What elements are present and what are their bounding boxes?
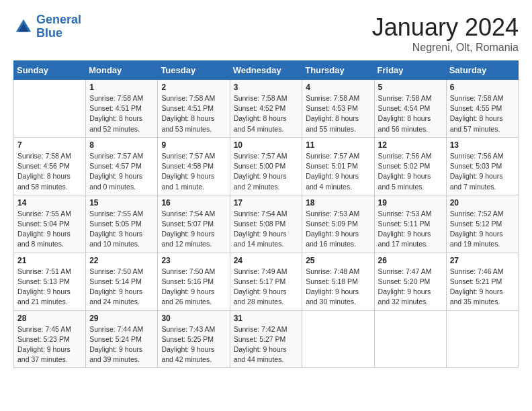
day-number: 19 (378, 198, 443, 208)
day-number: 13 (450, 140, 515, 150)
day-number: 9 (161, 140, 226, 150)
weekday-header-saturday: Saturday (446, 61, 518, 80)
calendar-cell: 16Sunrise: 7:54 AM Sunset: 5:07 PM Dayli… (158, 195, 230, 253)
day-info: Sunrise: 7:51 AM Sunset: 5:13 PM Dayligh… (17, 267, 82, 308)
location: Negreni, Olt, Romania (372, 42, 519, 54)
calendar-cell: 14Sunrise: 7:55 AM Sunset: 5:04 PM Dayli… (14, 195, 86, 253)
calendar-cell: 21Sunrise: 7:51 AM Sunset: 5:13 PM Dayli… (14, 253, 86, 310)
day-number: 12 (378, 140, 443, 150)
day-number: 5 (378, 83, 443, 92)
calendar-cell: 24Sunrise: 7:49 AM Sunset: 5:17 PM Dayli… (230, 253, 302, 310)
day-info: Sunrise: 7:50 AM Sunset: 5:16 PM Dayligh… (161, 267, 226, 308)
month-title: January 2024 (372, 13, 519, 42)
day-info: Sunrise: 7:57 AM Sunset: 4:57 PM Dayligh… (89, 151, 154, 192)
day-info: Sunrise: 7:54 AM Sunset: 5:08 PM Dayligh… (234, 209, 299, 250)
calendar-week-row: 1Sunrise: 7:58 AM Sunset: 4:51 PM Daylig… (14, 80, 519, 138)
calendar-week-row: 14Sunrise: 7:55 AM Sunset: 5:04 PM Dayli… (14, 195, 519, 253)
day-number: 1 (89, 83, 154, 92)
day-info: Sunrise: 7:58 AM Sunset: 4:51 PM Dayligh… (89, 93, 154, 134)
day-number: 2 (161, 83, 226, 92)
logo-line2: Blue (36, 26, 62, 40)
calendar-cell: 12Sunrise: 7:56 AM Sunset: 5:02 PM Dayli… (374, 137, 446, 195)
day-info: Sunrise: 7:58 AM Sunset: 4:55 PM Dayligh… (450, 93, 515, 134)
calendar-cell: 22Sunrise: 7:50 AM Sunset: 5:14 PM Dayli… (86, 253, 158, 310)
calendar-cell: 9Sunrise: 7:57 AM Sunset: 4:58 PM Daylig… (158, 137, 230, 195)
day-info: Sunrise: 7:42 AM Sunset: 5:27 PM Dayligh… (234, 324, 299, 365)
calendar-cell: 27Sunrise: 7:46 AM Sunset: 5:21 PM Dayli… (446, 253, 518, 310)
day-info: Sunrise: 7:46 AM Sunset: 5:21 PM Dayligh… (450, 267, 515, 308)
day-info: Sunrise: 7:53 AM Sunset: 5:09 PM Dayligh… (306, 209, 370, 250)
day-info: Sunrise: 7:56 AM Sunset: 5:02 PM Dayligh… (378, 151, 443, 192)
day-info: Sunrise: 7:49 AM Sunset: 5:17 PM Dayligh… (234, 267, 299, 308)
day-number: 16 (161, 198, 226, 208)
logo-text: General Blue (36, 13, 81, 40)
day-number: 31 (234, 314, 299, 323)
calendar-cell: 28Sunrise: 7:45 AM Sunset: 5:23 PM Dayli… (14, 310, 86, 368)
day-number: 3 (234, 83, 299, 92)
day-info: Sunrise: 7:56 AM Sunset: 5:03 PM Dayligh… (450, 151, 515, 192)
calendar-cell: 29Sunrise: 7:44 AM Sunset: 5:24 PM Dayli… (86, 310, 158, 368)
day-info: Sunrise: 7:55 AM Sunset: 5:04 PM Dayligh… (17, 209, 82, 250)
day-info: Sunrise: 7:58 AM Sunset: 4:53 PM Dayligh… (306, 93, 370, 134)
day-number: 23 (161, 256, 226, 265)
calendar-cell (14, 80, 86, 138)
day-number: 7 (17, 140, 82, 150)
title-block: January 2024 Negreni, Olt, Romania (372, 13, 519, 54)
calendar-cell: 13Sunrise: 7:56 AM Sunset: 5:03 PM Dayli… (446, 137, 518, 195)
day-number: 14 (17, 198, 82, 208)
day-number: 11 (306, 140, 370, 150)
calendar-week-row: 7Sunrise: 7:58 AM Sunset: 4:56 PM Daylig… (14, 137, 519, 195)
day-info: Sunrise: 7:44 AM Sunset: 5:24 PM Dayligh… (89, 324, 154, 365)
calendar-cell: 7Sunrise: 7:58 AM Sunset: 4:56 PM Daylig… (14, 137, 86, 195)
calendar-cell: 3Sunrise: 7:58 AM Sunset: 4:52 PM Daylig… (230, 80, 302, 138)
calendar-cell: 15Sunrise: 7:55 AM Sunset: 5:05 PM Dayli… (86, 195, 158, 253)
calendar-cell: 5Sunrise: 7:58 AM Sunset: 4:54 PM Daylig… (374, 80, 446, 138)
calendar-week-row: 21Sunrise: 7:51 AM Sunset: 5:13 PM Dayli… (14, 253, 519, 310)
day-info: Sunrise: 7:43 AM Sunset: 5:25 PM Dayligh… (161, 324, 226, 365)
weekday-header-friday: Friday (374, 61, 446, 80)
calendar-cell: 18Sunrise: 7:53 AM Sunset: 5:09 PM Dayli… (302, 195, 374, 253)
calendar-cell (446, 310, 518, 368)
day-info: Sunrise: 7:55 AM Sunset: 5:05 PM Dayligh… (89, 209, 154, 250)
day-number: 18 (306, 198, 370, 208)
day-number: 17 (234, 198, 299, 208)
calendar-cell: 25Sunrise: 7:48 AM Sunset: 5:18 PM Dayli… (302, 253, 374, 310)
calendar-cell: 2Sunrise: 7:58 AM Sunset: 4:51 PM Daylig… (158, 80, 230, 138)
day-info: Sunrise: 7:47 AM Sunset: 5:20 PM Dayligh… (378, 267, 443, 308)
calendar-cell: 11Sunrise: 7:57 AM Sunset: 5:01 PM Dayli… (302, 137, 374, 195)
logo: General Blue (13, 13, 81, 40)
day-number: 15 (89, 198, 154, 208)
weekday-header-sunday: Sunday (14, 61, 86, 80)
day-number: 30 (161, 314, 226, 323)
weekday-header-row: SundayMondayTuesdayWednesdayThursdayFrid… (14, 61, 519, 80)
calendar-cell: 23Sunrise: 7:50 AM Sunset: 5:16 PM Dayli… (158, 253, 230, 310)
day-info: Sunrise: 7:57 AM Sunset: 5:01 PM Dayligh… (306, 151, 370, 192)
calendar-cell: 26Sunrise: 7:47 AM Sunset: 5:20 PM Dayli… (374, 253, 446, 310)
calendar-cell: 17Sunrise: 7:54 AM Sunset: 5:08 PM Dayli… (230, 195, 302, 253)
day-number: 24 (234, 256, 299, 265)
calendar-cell (302, 310, 374, 368)
calendar-cell (374, 310, 446, 368)
day-number: 20 (450, 198, 515, 208)
calendar-cell: 1Sunrise: 7:58 AM Sunset: 4:51 PM Daylig… (86, 80, 158, 138)
day-number: 10 (234, 140, 299, 150)
calendar-cell: 8Sunrise: 7:57 AM Sunset: 4:57 PM Daylig… (86, 137, 158, 195)
logo-icon (13, 17, 34, 37)
calendar-cell: 4Sunrise: 7:58 AM Sunset: 4:53 PM Daylig… (302, 80, 374, 138)
calendar-body: 1Sunrise: 7:58 AM Sunset: 4:51 PM Daylig… (14, 80, 519, 368)
day-number: 4 (306, 83, 370, 92)
day-info: Sunrise: 7:58 AM Sunset: 4:56 PM Dayligh… (17, 151, 82, 192)
calendar-cell: 10Sunrise: 7:57 AM Sunset: 5:00 PM Dayli… (230, 137, 302, 195)
calendar-cell: 20Sunrise: 7:52 AM Sunset: 5:12 PM Dayli… (446, 195, 518, 253)
day-number: 21 (17, 256, 82, 265)
calendar-cell: 19Sunrise: 7:53 AM Sunset: 5:11 PM Dayli… (374, 195, 446, 253)
weekday-header-monday: Monday (86, 61, 158, 80)
day-info: Sunrise: 7:52 AM Sunset: 5:12 PM Dayligh… (450, 209, 515, 250)
calendar-cell: 31Sunrise: 7:42 AM Sunset: 5:27 PM Dayli… (230, 310, 302, 368)
day-info: Sunrise: 7:58 AM Sunset: 4:52 PM Dayligh… (234, 93, 299, 134)
day-info: Sunrise: 7:48 AM Sunset: 5:18 PM Dayligh… (306, 267, 370, 308)
day-info: Sunrise: 7:58 AM Sunset: 4:54 PM Dayligh… (378, 93, 443, 134)
day-number: 29 (89, 314, 154, 323)
weekday-header-wednesday: Wednesday (230, 61, 302, 80)
day-number: 8 (89, 140, 154, 150)
